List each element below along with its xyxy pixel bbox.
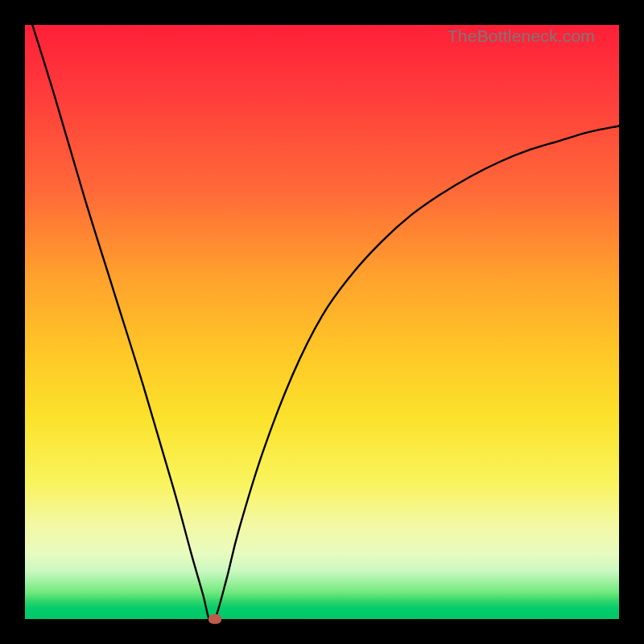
plot-area — [25, 25, 619, 619]
chart-frame: TheBottleneck.com — [0, 0, 644, 644]
minimum-marker — [208, 614, 221, 624]
watermark-text: TheBottleneck.com — [448, 27, 595, 46]
bottleneck-curve — [25, 25, 619, 619]
